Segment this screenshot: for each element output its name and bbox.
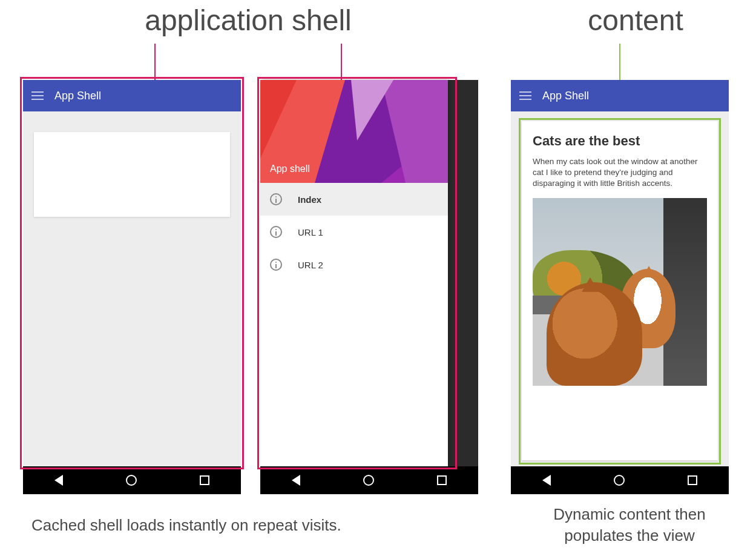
appbar-title: App Shell [542, 90, 589, 102]
info-icon [270, 259, 282, 271]
label-application-shell: application shell [133, 4, 363, 37]
label-content: content [569, 4, 702, 37]
back-icon[interactable] [292, 475, 300, 486]
content-card: Cats are the best When my cats look out … [522, 121, 718, 460]
caption-shell-pre: Cached shell loads [31, 516, 169, 534]
appbar-title: App Shell [54, 90, 101, 102]
info-icon [270, 193, 282, 205]
info-icon [270, 226, 282, 238]
home-icon[interactable] [614, 475, 625, 486]
recents-icon[interactable] [688, 475, 697, 485]
appbar: App Shell [23, 80, 241, 111]
android-navbar [23, 466, 241, 494]
android-navbar [511, 466, 729, 494]
drawer-item-label: URL 2 [298, 260, 323, 270]
drawer-list: Index URL 1 URL 2 [260, 183, 448, 466]
article-image-cats [533, 198, 707, 386]
android-navbar [260, 466, 478, 494]
pointer-line-shell-1 [154, 44, 156, 80]
home-icon[interactable] [363, 475, 374, 486]
phone-shell-drawer: App shell Index URL 1 URL 2 [260, 80, 478, 494]
phone-shell-empty: App Shell [23, 80, 241, 494]
caption-shell-bold: instantly [169, 516, 226, 534]
drawer-item-url2[interactable]: URL 2 [260, 248, 448, 281]
back-icon[interactable] [542, 475, 551, 486]
drawer-item-url1[interactable]: URL 1 [260, 216, 448, 248]
drawer-header: App shell [260, 80, 448, 183]
nav-drawer: App shell Index URL 1 URL 2 [260, 80, 448, 466]
caption-shell: Cached shell loads instantly on repeat v… [31, 515, 341, 536]
back-icon[interactable] [54, 475, 63, 486]
article-body: When my cats look out the window at anot… [533, 156, 707, 190]
empty-content-card [34, 132, 230, 217]
drawer-item-index[interactable]: Index [260, 183, 448, 216]
menu-icon[interactable] [31, 91, 44, 100]
caption-content: Dynamic content then populates the view [527, 504, 732, 546]
caption-shell-post: on repeat visits. [226, 516, 341, 534]
drawer-item-label: URL 1 [298, 227, 323, 237]
phone-body: Cats are the best When my cats look out … [511, 111, 729, 466]
phone-body [23, 111, 241, 466]
home-icon[interactable] [126, 475, 137, 486]
drawer-title: App shell [270, 164, 310, 174]
recents-icon[interactable] [200, 475, 209, 485]
drawer-item-label: Index [298, 194, 321, 205]
pointer-line-shell-2 [341, 44, 342, 80]
recents-icon[interactable] [437, 475, 447, 485]
menu-icon[interactable] [519, 91, 531, 100]
phone-content: App Shell Cats are the best When my cats… [511, 80, 729, 494]
appbar: App Shell [511, 80, 729, 111]
article-title: Cats are the best [533, 133, 707, 149]
